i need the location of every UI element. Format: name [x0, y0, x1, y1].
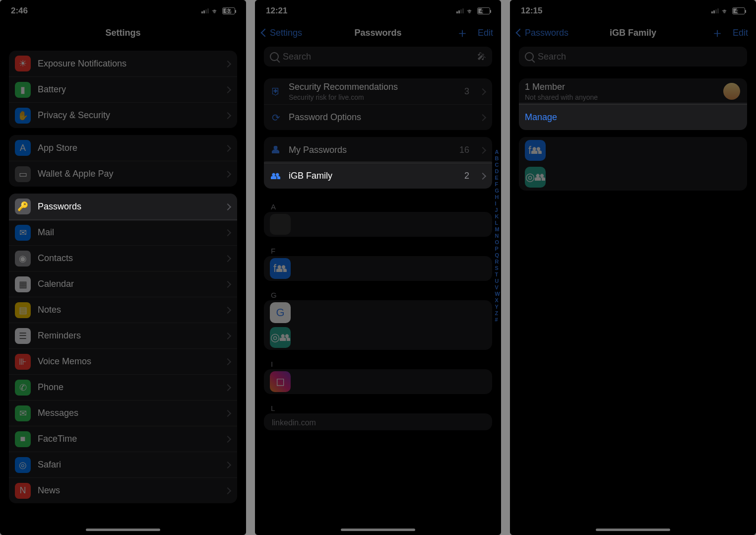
facetime-icon: ■: [15, 431, 31, 447]
status-bar: 12:15 ᯤ 43: [510, 0, 756, 22]
index-letter[interactable]: P: [495, 246, 500, 252]
index-bar[interactable]: ABCDEFGHIJKLMNOPQRSTUVWXYZ#: [495, 149, 500, 323]
group-lists: 👤︎ My Passwords 16 👥︎ iGB Family 2: [264, 137, 492, 189]
index-letter[interactable]: X: [495, 297, 500, 303]
edit-button[interactable]: Edit: [478, 28, 493, 38]
search-input[interactable]: Search 🎤︎: [264, 47, 492, 67]
index-letter[interactable]: A: [495, 149, 500, 155]
back-button[interactable]: Passwords: [517, 28, 568, 38]
row-manage[interactable]: Manage: [519, 104, 747, 130]
row-exposure-notifications[interactable]: ☀Exposure Notifications: [9, 51, 237, 76]
row-messages[interactable]: ✉Messages: [9, 400, 237, 426]
index-letter[interactable]: Q: [495, 252, 500, 258]
home-indicator: [86, 529, 160, 531]
index-letter[interactable]: U: [495, 278, 500, 284]
app-gpt[interactable]: ◎👥︎: [525, 167, 546, 188]
app-google[interactable]: G: [270, 302, 291, 323]
row-privacy-security[interactable]: ✋Privacy & Security: [9, 102, 237, 128]
index-letter[interactable]: B: [495, 155, 500, 161]
screen-igb-family: 12:15 ᯤ 43 Passwords iGB Family ＋ Edit S…: [510, 0, 756, 535]
row-igb-family[interactable]: 👥︎ iGB Family 2: [264, 163, 492, 189]
index-letter[interactable]: #: [495, 317, 500, 323]
safari-icon: ◎: [15, 457, 31, 473]
index-letter[interactable]: T: [495, 271, 500, 277]
chevron-right-icon: [480, 145, 485, 155]
chevron-left-icon: [517, 28, 523, 38]
row-safari[interactable]: ◎Safari: [9, 452, 237, 477]
row-voice-memos[interactable]: ⊪Voice Memos: [9, 348, 237, 374]
search-input[interactable]: Search: [519, 47, 747, 67]
row-app-store[interactable]: AApp Store: [9, 135, 237, 161]
row-label: Contacts: [38, 253, 73, 264]
chevron-left-icon: [262, 28, 268, 38]
avatar: [723, 83, 740, 100]
row-news[interactable]: NNews: [9, 477, 237, 503]
index-letter[interactable]: M: [495, 226, 500, 232]
app-facebook[interactable]: f👥︎: [525, 140, 546, 161]
row-label: Voice Memos: [38, 356, 91, 367]
status-time: 2:46: [11, 6, 28, 16]
search-icon: [270, 52, 279, 61]
section-f: f👥︎: [264, 256, 492, 281]
row-password-options[interactable]: ⟳ Password Options: [264, 104, 492, 130]
index-letter[interactable]: V: [495, 284, 500, 290]
index-letter[interactable]: E: [495, 175, 500, 181]
index-letter[interactable]: C: [495, 162, 500, 168]
row-my-passwords[interactable]: 👤︎ My Passwords 16: [264, 137, 492, 163]
shield-icon: ⛨: [270, 85, 282, 97]
row-passwords[interactable]: 🔑Passwords: [9, 194, 237, 219]
edit-button[interactable]: Edit: [733, 28, 748, 38]
row-linkedin[interactable]: linkedin.com: [270, 415, 486, 430]
index-letter[interactable]: J: [495, 207, 500, 213]
index-letter[interactable]: S: [495, 265, 500, 271]
index-letter[interactable]: K: [495, 213, 500, 219]
row-phone[interactable]: ✆Phone: [9, 374, 237, 400]
row-calendar[interactable]: ▦Calendar: [9, 271, 237, 297]
app-gpt[interactable]: ◎👥︎: [270, 327, 291, 348]
back-button[interactable]: Settings: [262, 28, 302, 38]
row-label: Calendar: [38, 279, 74, 289]
row-member[interactable]: 1 Member Not shared with anyone: [519, 78, 747, 104]
row-reminders[interactable]: ☰Reminders: [9, 323, 237, 348]
battery-icon: ▮: [15, 82, 31, 98]
search-placeholder: Search: [283, 52, 311, 62]
mail-icon: ✉: [15, 225, 31, 241]
app-apple[interactable]: [270, 214, 291, 235]
row-security-recs[interactable]: ⛨ Security Recommendations Security risk…: [264, 78, 492, 104]
signal-icon: [711, 8, 719, 13]
row-label: Phone: [38, 382, 63, 393]
index-letter[interactable]: I: [495, 201, 500, 206]
mic-icon[interactable]: 🎤︎: [477, 52, 486, 62]
row-contacts[interactable]: ◉Contacts: [9, 245, 237, 271]
row-battery[interactable]: ▮Battery: [9, 76, 237, 102]
chevron-right-icon: [225, 143, 230, 153]
add-button[interactable]: ＋: [711, 28, 724, 37]
row-label: Mail: [38, 227, 54, 238]
row-notes[interactable]: ▤Notes: [9, 297, 237, 323]
chevron-right-icon: [480, 86, 485, 97]
index-letter[interactable]: W: [495, 291, 500, 297]
app-facebook[interactable]: f👥︎: [270, 258, 291, 279]
nav-bar: Settings: [0, 22, 246, 44]
index-letter[interactable]: L: [495, 220, 500, 226]
row-label: Passwords: [38, 201, 81, 212]
index-letter[interactable]: R: [495, 259, 500, 265]
section-l: linkedin.com: [264, 413, 492, 430]
passwords-icon: 🔑: [15, 199, 31, 214]
index-letter[interactable]: Y: [495, 304, 500, 310]
index-letter[interactable]: D: [495, 168, 500, 174]
row-label: App Store: [38, 143, 77, 153]
index-letter[interactable]: F: [495, 181, 500, 187]
app-instagram[interactable]: ◻: [270, 371, 291, 392]
row-facetime[interactable]: ■FaceTime: [9, 426, 237, 452]
index-letter[interactable]: O: [495, 239, 500, 245]
index-letter[interactable]: Z: [495, 310, 500, 316]
section-header: A: [255, 196, 501, 212]
row-mail[interactable]: ✉Mail: [9, 219, 237, 245]
index-letter[interactable]: N: [495, 233, 500, 239]
row-wallet-apple-pay[interactable]: ▭Wallet & Apple Pay: [9, 161, 237, 187]
status-icons: ᯤ 67: [201, 7, 235, 15]
index-letter[interactable]: H: [495, 194, 500, 200]
index-letter[interactable]: G: [495, 188, 500, 194]
add-button[interactable]: ＋: [456, 28, 469, 37]
